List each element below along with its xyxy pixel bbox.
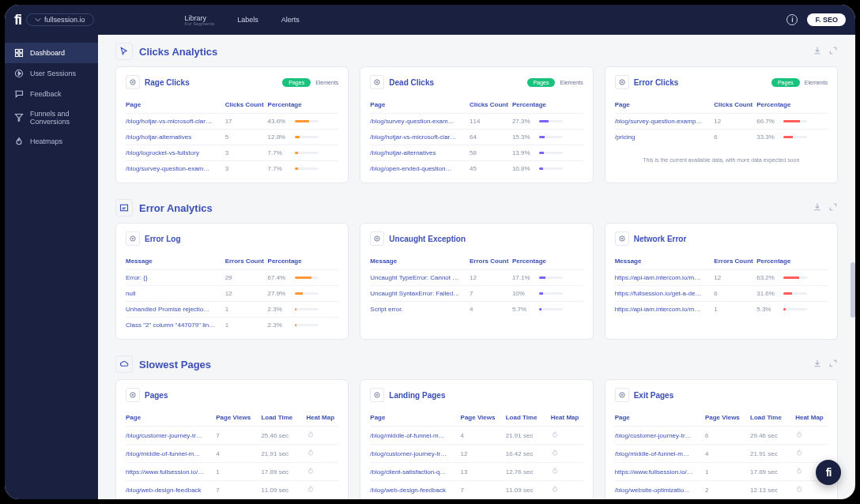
table-row[interactable]: null 12 27.9% [126,286,338,302]
cell-count: 1 [225,322,268,329]
domain-selector[interactable]: fullsession.io [26,13,94,26]
info-icon[interactable]: i [786,14,798,25]
table-row[interactable]: /blog/hotjar-alternatives 58 13.9% [370,145,583,161]
heatmap-icon[interactable] [551,467,583,476]
cell-page: https://api-iam.intercom.io/m… [615,306,715,313]
table-row[interactable]: /blog/middle-of-funnel-m… 4 21.91 sec [370,427,583,445]
table-row[interactable]: /blog/middle-of-funnel-m… 4 21.91 sec [615,445,828,463]
heatmap-icon[interactable] [551,485,583,495]
table-row[interactable]: /blog/customer-journey-tr… 7 25.46 sec [126,427,338,445]
cell-page: /blog/web-design-feedback [370,487,460,494]
heatmap-icon[interactable] [307,485,339,495]
table-header: MessageErrors CountPercentage [370,254,583,270]
card-dead: Dead Clicks PagesElements PageClicks Cou… [360,66,593,183]
svg-rect-5 [20,54,23,57]
table-row[interactable]: Class "2" column "447079" lin… 1 2.3% [126,318,338,333]
heatmap-icon[interactable] [551,431,583,440]
help-floating-button[interactable]: fi [816,460,841,485]
table-row[interactable]: https://www.fullsession.io/… 1 17.89 sec [126,463,338,481]
download-icon[interactable] [813,44,822,58]
heatmap-icon[interactable] [307,431,339,440]
table-row[interactable]: /blog/website-optimizatio… 2 12.13 sec [615,481,828,498]
cell-page: Class "2" column "447079" lin… [126,322,225,329]
card-icon [615,75,629,89]
table-row[interactable]: /blog/logrocket-vs-fullstory 3 7.7% [126,145,338,161]
heatmap-icon[interactable] [307,467,339,476]
heatmap-icon[interactable] [551,449,583,458]
heatmap-icon[interactable] [795,449,828,458]
download-icon[interactable] [813,201,822,215]
table-row[interactable]: /blog/web-design-feedback 7 11.09 sec [126,481,338,498]
nav-library[interactable]: LibraryFor Segments [181,14,215,26]
cell-page: https://www.fullsession.io/… [126,468,216,476]
cell-views: 4 [461,432,506,439]
nav-labels[interactable]: Labels [233,16,258,24]
sidebar-item-dashboard[interactable]: Dashboard [5,43,98,63]
cell-percentage: 67.4% [268,274,339,281]
table-row[interactable]: /blog/survey-question-exam… 3 7.7% [126,161,338,176]
top-nav: LibraryFor Segments Labels Alerts [181,14,300,26]
table-row[interactable]: /blog/hotjar-vs-microsoft-clar… 17 43.6% [126,114,338,130]
table-row[interactable]: /blog/survey-question-exam… 114 27.3% [370,114,583,130]
card-icon [370,231,384,246]
table-row[interactable]: /blog/hotjar-vs-microsoft-clar… 64 15.3% [370,130,583,145]
card-icon [370,388,384,402]
user-badge[interactable]: F. SEO [807,13,846,26]
cell-percentage: 2.3% [268,306,339,313]
heatmap-icon[interactable] [795,431,828,440]
table-row[interactable]: https://api-iam.intercom.io/m… 12 63.2% [615,270,828,286]
cell-page: /blog/web-design-feedback [126,487,216,494]
sidebar-item-feedback[interactable]: Feedback [5,84,98,104]
cell-page: /blog/hotjar-vs-microsoft-clar… [126,118,225,125]
cell-page: /blog/customer-journey-tr… [126,432,216,439]
cell-count: 7 [470,290,512,297]
table-row[interactable]: https://api-iam.intercom.io/m… 1 5.3% [615,302,828,317]
cell-views: 7 [216,487,261,494]
table-row[interactable]: /blog/customer-journey-tr… 12 16.42 sec [370,445,583,463]
view-toggle[interactable]: PagesElements [527,78,583,87]
cell-page: /blog/website-optimizatio… [615,487,705,494]
table-row[interactable]: Uncaught TypeError: Cannot … 12 17.1% [370,270,583,286]
expand-icon[interactable] [828,44,838,58]
domain-label: fullsession.io [44,16,85,24]
cell-count: 12 [225,290,268,297]
cell-count: 6 [714,290,756,297]
view-toggle[interactable]: PagesElements [282,78,338,87]
table-row[interactable]: Uncaught SyntaxError: Failed… 7 10% [370,286,583,302]
heatmap-icon[interactable] [307,449,339,458]
table-row[interactable]: /blog/client-satisfaction-q… 13 12.76 se… [370,463,583,481]
cell-page: https://www.fullsession.io/… [615,468,705,476]
card-landing: Landing Pages PagePage ViewsLoad TimeHea… [360,379,593,499]
table-row[interactable]: /pricing 6 33.3% [615,130,828,145]
table-row[interactable]: /blog/web-design-feedback 7 11.09 sec [370,481,583,498]
cell-load-time: 17.89 sec [261,468,306,476]
table-row[interactable]: /blog/customer-journey-tr… 6 29.46 sec [615,427,828,445]
view-toggle[interactable]: PagesElements [771,78,828,87]
scrollbar-vertical[interactable] [851,262,855,318]
sidebar-item-funnels[interactable]: Funnels and Conversions [5,104,98,131]
table-header: PageClicks CountPercentage [615,97,828,114]
sidebar-item-sessions[interactable]: User Sessions [5,63,98,84]
table-row[interactable]: https://www.fullsession.io/… 1 17.89 sec [615,463,828,481]
table-row[interactable]: Script error. 4 5.7% [370,302,583,317]
table-row[interactable]: /blog/open-ended-question… 45 10.8% [370,161,583,176]
table-row[interactable]: /blog/survey-question-examp… 12 66.7% [615,114,828,130]
download-icon[interactable] [813,357,822,371]
cell-percentage: 2.3% [268,322,339,329]
cell-percentage: 63.2% [756,274,828,281]
table-row[interactable]: Unhandled Promise rejectio… 1 2.3% [126,302,338,318]
sidebar-item-heatmaps[interactable]: Heatmaps [5,131,98,152]
heatmap-icon[interactable] [795,485,828,495]
table-row[interactable]: /blog/hotjar-alternatives 5 12.8% [126,130,338,145]
table-row[interactable]: /blog/middle-of-funnel-m… 4 21.91 sec [126,445,338,463]
card-icon [615,231,629,246]
cell-percentage: 5.7% [512,306,583,313]
table-row[interactable]: Error: {} 29 67.4% [126,270,338,286]
table-row[interactable]: https://fullsession.io/get-a-de… 6 31.6% [615,286,828,302]
expand-icon[interactable] [828,201,838,215]
cell-percentage: 17.1% [512,274,583,281]
expand-icon[interactable] [828,357,838,371]
cell-count: 29 [225,274,268,281]
cell-count: 114 [470,118,512,125]
nav-alerts[interactable]: Alerts [277,16,300,24]
